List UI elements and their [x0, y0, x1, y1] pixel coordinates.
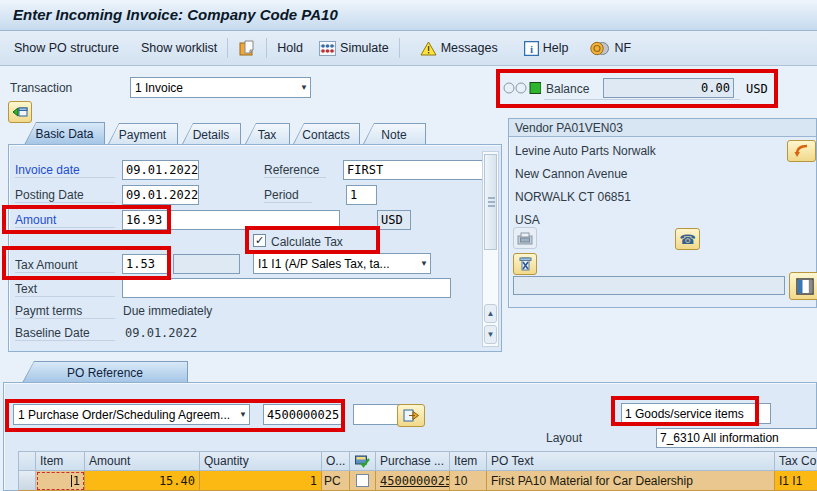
paymt-terms-label: Paymt terms — [15, 304, 115, 319]
tax-code-select[interactable]: I1 I1 (A/P Sales Tax, ta... ▼ — [253, 253, 431, 274]
cell-amount[interactable]: 15.40 — [85, 471, 200, 491]
transaction-select[interactable]: 1 Invoice ▼ — [130, 77, 311, 98]
paymt-terms-value: Due immediately — [123, 304, 212, 318]
header-item[interactable]: Item — [36, 451, 85, 471]
layout-field[interactable]: 7_6310 All information — [656, 428, 817, 448]
tab-po-reference[interactable]: PO Reference — [22, 361, 188, 383]
tab-contacts[interactable]: Contacts — [292, 123, 360, 146]
cell-purchase: 4500000025 — [376, 471, 450, 491]
tab-details[interactable]: Details — [181, 123, 241, 146]
period-field[interactable]: 1 — [346, 185, 377, 205]
header-final-invoice[interactable] — [350, 451, 376, 471]
page-title: Enter Incoming Invoice: Company Code PA1… — [13, 6, 338, 23]
fax-button[interactable] — [513, 227, 537, 249]
table-row: 1 15.40 1 PC 4500000025 10 First PA10 Ma… — [18, 471, 817, 491]
header-row-selector[interactable] — [18, 451, 36, 471]
abacus-icon — [319, 41, 336, 56]
row-selector-button[interactable] — [18, 471, 36, 491]
phone-icon: ☎ — [679, 233, 695, 246]
posting-date-label: Posting Date — [15, 188, 115, 203]
toolbar-separator — [399, 38, 400, 58]
chevron-down-icon: ▼ — [416, 259, 428, 268]
cell-order-unit[interactable]: PC — [322, 471, 350, 491]
invoice-date-label: Invoice date — [15, 163, 115, 178]
cell-po-text[interactable]: First PA10 Material for Car Dealership — [487, 471, 775, 491]
scroll-up-button[interactable]: ▲ — [484, 304, 497, 323]
messages-button[interactable]: Messages — [420, 41, 498, 56]
sap-window: Enter Incoming Invoice: Company Code PA1… — [0, 0, 817, 491]
reference-label: Reference — [264, 163, 326, 178]
vendor-header: Vendor PA01VEN03 — [515, 121, 623, 135]
svg-text:i: i — [530, 42, 533, 54]
cell-tax-code[interactable]: I1 I1 — [775, 471, 817, 491]
amount-label: Amount — [15, 213, 115, 228]
scrollbar-thumb[interactable] — [484, 154, 497, 250]
reference-doc-select[interactable]: 1 Purchase Order/Scheduling Agreem... ▼ — [13, 404, 250, 425]
items-list-button[interactable] — [789, 272, 817, 300]
goods-service-field[interactable]: 1 Goods/service items — [621, 403, 771, 424]
layout-label: Layout — [546, 431, 582, 445]
adopt-button[interactable] — [397, 404, 425, 427]
hold-button[interactable]: Hold — [277, 41, 303, 55]
simulate-button[interactable]: Simulate — [319, 41, 389, 56]
tax-amount-currency-field — [173, 254, 240, 274]
help-button[interactable]: i Help — [524, 41, 569, 56]
period-label: Period — [264, 188, 312, 203]
header-tax-code[interactable]: Tax Co — [775, 451, 817, 471]
traffic-light-icon — [503, 81, 541, 95]
header-item2[interactable]: Item — [450, 451, 487, 471]
adopt-arrow-icon — [403, 408, 420, 423]
cell-item[interactable]: 1 — [36, 471, 85, 491]
po-number-field[interactable]: 4500000025 — [263, 404, 342, 425]
calculate-tax-checkbox[interactable]: ✓ — [253, 234, 266, 247]
header-amount[interactable]: Amount — [85, 451, 200, 471]
tab-basic-data[interactable]: Basic Data — [24, 122, 105, 145]
title-bar: Enter Incoming Invoice: Company Code PA1… — [0, 0, 817, 31]
folder-open-icon — [12, 105, 28, 119]
text-cursor — [71, 475, 72, 487]
purchase-order-link[interactable]: 4500000025 — [380, 474, 450, 488]
vendor-country: USA — [515, 213, 540, 227]
text-field[interactable] — [122, 278, 451, 298]
baseline-date-label: Baseline Date — [15, 326, 115, 341]
cell-quantity[interactable]: 1 — [200, 471, 322, 491]
tab-payment[interactable]: Payment — [107, 123, 178, 146]
items-table-header: Item Amount Quantity O... Purchase ... I… — [18, 451, 817, 471]
clipboard-button[interactable] — [238, 39, 256, 57]
nf-button[interactable]: NF — [590, 41, 631, 56]
text-label: Text — [15, 282, 115, 297]
calculate-tax-label: Calculate Tax — [271, 235, 343, 249]
basic-panel-scrollbar[interactable]: ▲ ▼ — [482, 151, 499, 347]
final-invoice-checkbox[interactable] — [356, 474, 369, 487]
baseline-date-value: 09.01.2022 — [125, 326, 197, 340]
app-toolbar: Show PO structure Show worklist Hold Sim… — [0, 31, 817, 66]
show-worklist-button[interactable]: Show worklist — [141, 41, 217, 55]
posting-date-field[interactable]: 09.01.2022 — [122, 185, 199, 205]
header-purchase[interactable]: Purchase ... — [376, 451, 450, 471]
header-quantity[interactable]: Quantity — [200, 451, 322, 471]
vendor-name: Levine Auto Parts Norwalk — [515, 144, 656, 158]
invoice-date-field[interactable]: 09.01.2022 — [122, 160, 199, 180]
amount-field[interactable]: 16.93 — [122, 210, 340, 230]
tax-amount-label: Tax Amount — [15, 258, 115, 273]
fax-icon — [517, 232, 533, 245]
bank-details-button[interactable] — [513, 253, 537, 275]
header-po-text[interactable]: PO Text — [487, 451, 775, 471]
balance-currency: USD — [746, 82, 768, 96]
tab-tax[interactable]: Tax — [244, 123, 290, 146]
curved-arrow-icon — [794, 144, 810, 158]
scroll-down-button[interactable]: ▼ — [484, 325, 497, 344]
chevron-down-icon: ▼ — [296, 83, 308, 92]
reference-field[interactable]: FIRST — [343, 160, 489, 180]
vendor-master-button[interactable] — [787, 140, 816, 162]
tree-toggle-button[interactable] — [8, 101, 32, 123]
tax-amount-field[interactable]: 1.53 — [122, 254, 170, 274]
scrollbar-grip — [488, 197, 495, 207]
phone-button[interactable]: ☎ — [675, 228, 700, 250]
header-order-unit[interactable]: O... — [322, 451, 350, 471]
cell-item2[interactable]: 10 — [450, 471, 487, 491]
show-po-structure-button[interactable]: Show PO structure — [14, 41, 119, 55]
warning-icon — [420, 41, 437, 56]
tab-note[interactable]: Note — [362, 123, 426, 146]
coins-icon — [590, 41, 610, 56]
